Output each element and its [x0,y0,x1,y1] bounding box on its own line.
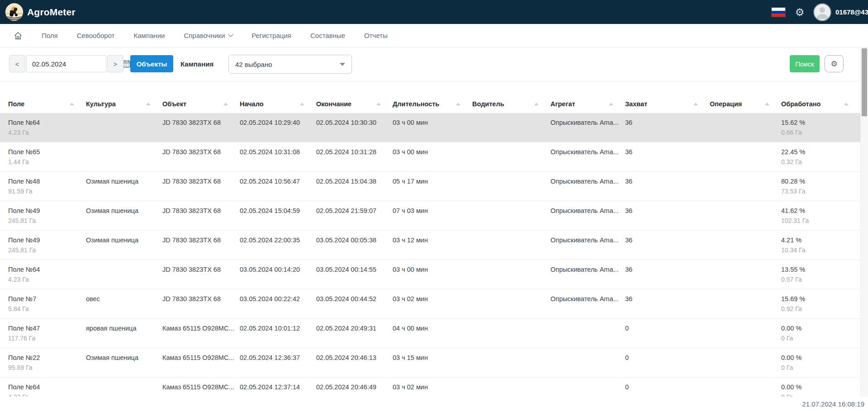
cell-unit: Опрыскиватель Ama... [550,142,625,171]
table-row[interactable]: Поле №49 245.81 Га Озимая пшеница JD 783… [0,201,860,231]
cell-processed: 13.55 % 0.57 Га [781,260,860,289]
nav-item-составные[interactable]: Составные [310,32,345,39]
nav-item-кампании[interactable]: Кампании [134,32,165,39]
cell-operation [710,201,781,230]
gear-icon: ⚙ [830,60,837,68]
table-row[interactable]: Поле №65 1.44 Га JD 7830 3823TX 68 02.05… [0,142,860,172]
processed-percent: 80.28 % [781,178,860,185]
table-row[interactable]: Поле №64 4.23 Га JD 7830 3823TX 68 03.05… [0,260,860,289]
processed-percent: 15.62 % [781,119,860,126]
column-header[interactable]: Длительность [393,95,472,113]
column-header[interactable]: Агрегат [550,95,625,113]
column-header[interactable]: Культура [86,95,162,113]
field-area: 117.76 Га [8,335,86,342]
nav-item-поля[interactable]: Поля [42,32,58,39]
cell-end: 03.05.2024 00:05:38 [316,231,393,260]
cell-object: JD 7830 3823TX 68 [162,231,240,260]
user-id[interactable]: 01678@43 [835,0,868,24]
date-next-button[interactable]: > [107,55,123,72]
processed-percent: 22.45 % [781,148,860,156]
sort-asc-icon[interactable] [844,103,849,105]
sort-asc-icon[interactable] [376,103,381,105]
objects-toggle-button[interactable]: Объекты [130,55,173,72]
field-area: 5.84 Га [8,305,86,312]
sort-asc-icon[interactable] [146,103,151,105]
cell-width: 36 [625,231,710,260]
agrometer-app: AgroMeter ⚙ 01678@43 ПоляСевооборотКампа… [0,0,868,411]
cell-duration: 03 ч 00 мин [393,113,472,142]
field-name: Поле №7 [8,295,86,302]
sort-asc-icon[interactable] [70,103,74,105]
cell-end: 03.05.2024 00:14:55 [316,260,393,289]
column-header[interactable]: Окончание [316,95,393,113]
cell-object: JD 7830 3823TX 68 [162,260,240,289]
cell-field: Поле №49 245.81 Га [8,201,86,230]
processed-area: 10.34 Га [781,246,860,254]
column-header[interactable]: Водитель [472,95,550,113]
nav-item-справочники[interactable]: Справочники [184,32,232,39]
table-row[interactable]: Поле №48 91.59 Га Озимая пшеница JD 7830… [0,172,860,201]
sort-asc-icon[interactable] [456,103,460,105]
objects-selected-dropdown[interactable]: 42 выбрано [228,55,352,74]
cell-field: Поле №47 117.76 Га [8,319,86,348]
cell-driver [472,231,550,260]
nav-item-отчеты[interactable]: Отчеты [364,32,388,39]
settings-gear-icon[interactable]: ⚙ [793,6,806,19]
chevron-down-icon [340,63,345,66]
nav-item-севооборот[interactable]: Севооборот [77,32,115,39]
column-header[interactable]: Объект [162,95,240,113]
cell-processed: 80.28 % 73.53 Га [781,172,860,201]
cell-driver [472,289,550,318]
cell-culture: яровая пшеница [86,319,162,348]
table-row[interactable]: Поле №49 245.81 Га Озимая пшеница JD 783… [0,231,860,260]
cell-driver [472,319,550,348]
processed-area: 0 Га [781,364,860,371]
cell-end: 02.05.2024 20:46:13 [316,348,393,377]
field-name: Поле №49 [8,207,86,214]
column-header[interactable]: Обработано [781,95,860,113]
cell-start: 02.05.2024 10:56:47 [240,172,316,201]
cell-operation [710,142,781,171]
field-area: 95.69 Га [8,364,86,371]
field-area: 4.23 Га [8,129,86,136]
table-row[interactable]: Поле №64 4.23 Га JD 7830 3823TX 68 02.05… [0,113,860,142]
avatar[interactable] [813,3,831,21]
table-row[interactable]: Поле №7 5.84 Га овес JD 7830 3823TX 68 0… [0,289,860,319]
table-row[interactable]: Поле №22 95.69 Га Озимая пшеница Камаз 6… [0,348,860,378]
column-header[interactable]: Поле [8,95,86,113]
column-header[interactable]: Захват [625,95,710,113]
date-prev-button[interactable]: < [9,55,25,72]
processed-area: 0 Га [781,335,860,342]
table-settings-button[interactable]: ⚙ [825,55,844,72]
cell-operation [710,260,781,289]
cell-object: JD 7830 3823TX 68 [162,201,240,230]
cell-processed: 41.62 % 102.31 Га [781,201,860,230]
sort-asc-icon[interactable] [534,103,539,105]
vertical-scrollbar[interactable] [860,47,868,397]
cell-end: 03.05.2024 00:44:52 [316,289,393,318]
search-button[interactable]: Поиск [790,55,820,72]
sort-asc-icon[interactable] [609,103,613,105]
campaign-toggle-button[interactable]: Кампания [180,55,213,72]
nav-item-регистрация[interactable]: Регистрация [251,32,291,39]
calendar-icon[interactable] [122,59,131,68]
processed-percent: 41.62 % [781,207,860,214]
sort-asc-icon[interactable] [765,103,769,105]
cell-driver [472,348,550,377]
field-name: Поле №64 [8,266,86,273]
cell-field: Поле №48 91.59 Га [8,172,86,201]
table-row[interactable]: Поле №47 117.76 Га яровая пшеница Камаз … [0,319,860,348]
column-header[interactable]: Начало [240,95,316,113]
processed-area: 73.53 Га [781,188,860,195]
sort-asc-icon[interactable] [300,103,304,105]
cell-unit: Опрыскиватель Ama... [550,231,625,260]
cell-duration: 03 ч 00 мин [393,260,472,289]
column-header[interactable]: Операция [710,95,781,113]
cell-unit: Опрыскиватель Ama... [550,113,625,142]
scrollbar-thumb[interactable] [862,48,867,116]
language-flag-ru-icon[interactable] [772,8,785,17]
sort-asc-icon[interactable] [223,103,228,105]
cell-object: JD 7830 3823TX 68 [162,113,240,142]
home-icon[interactable] [14,31,23,40]
sort-asc-icon[interactable] [693,103,698,105]
